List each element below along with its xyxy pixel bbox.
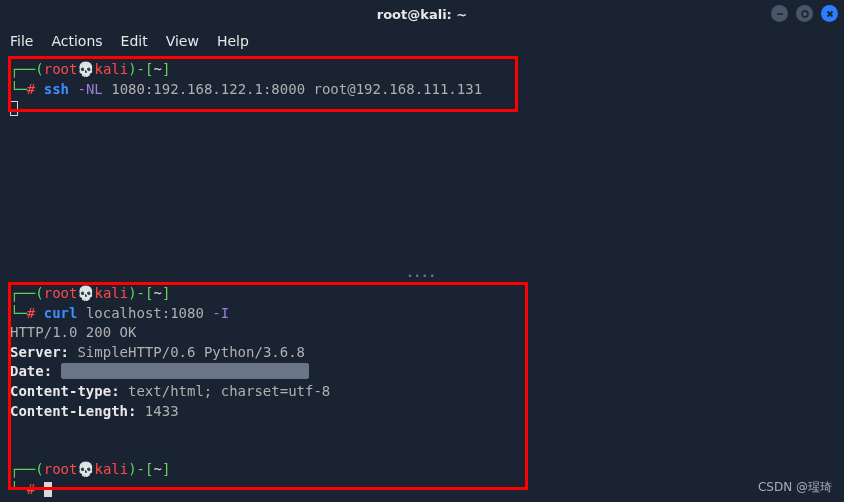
- terminal-area[interactable]: ┌──(root💀kali)-[~] └─# ssh -NL 1080:192.…: [0, 54, 844, 502]
- menu-actions[interactable]: Actions: [51, 33, 102, 49]
- terminal-pane-bottom[interactable]: ┌──(root💀kali)-[~] └─# curl localhost:10…: [0, 278, 844, 502]
- titlebar: root@kali: ~: [0, 0, 844, 28]
- command-line-2: └─# curl localhost:1080 -I: [10, 304, 834, 324]
- menu-file[interactable]: File: [10, 33, 33, 49]
- output-server: Server: SimpleHTTP/0.6 Python/3.6.8: [10, 343, 834, 363]
- cursor-line-top: [10, 99, 834, 119]
- prompt-line-2: ┌──(root💀kali)-[~]: [10, 284, 834, 304]
- output-date: Date: ███, ██ ███ ████ ██:██:██ ███: [10, 362, 834, 382]
- cursor-outline-icon: [10, 101, 18, 116]
- menu-view[interactable]: View: [166, 33, 199, 49]
- watermark: CSDN @瑆琦: [758, 479, 832, 496]
- command-line-3: └─#: [10, 480, 834, 500]
- menu-edit[interactable]: Edit: [121, 33, 148, 49]
- command-line-1: └─# ssh -NL 1080:192.168.122.1:8000 root…: [10, 80, 834, 100]
- prompt-line-1: ┌──(root💀kali)-[~]: [10, 60, 834, 80]
- svg-point-1: [802, 11, 808, 17]
- cursor-icon: [44, 482, 52, 497]
- close-button[interactable]: [821, 5, 838, 22]
- menubar: File Actions Edit View Help: [0, 28, 844, 54]
- window-title: root@kali: ~: [377, 7, 467, 22]
- output-status: HTTP/1.0 200 OK: [10, 323, 834, 343]
- titlebar-buttons: [771, 5, 838, 22]
- prompt-line-3: ┌──(root💀kali)-[~]: [10, 460, 834, 480]
- blank-line: [10, 441, 834, 461]
- menu-help[interactable]: Help: [217, 33, 249, 49]
- output-content-length: Content-Length: 1433: [10, 402, 834, 422]
- blank-line: [10, 421, 834, 441]
- maximize-button[interactable]: [796, 5, 813, 22]
- terminal-pane-top[interactable]: ┌──(root💀kali)-[~] └─# ssh -NL 1080:192.…: [0, 54, 844, 274]
- minimize-button[interactable]: [771, 5, 788, 22]
- output-content-type: Content-type: text/html; charset=utf-8: [10, 382, 834, 402]
